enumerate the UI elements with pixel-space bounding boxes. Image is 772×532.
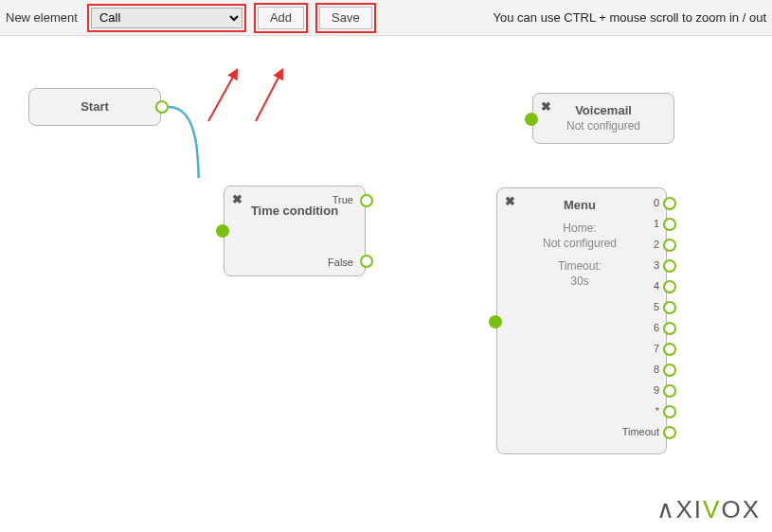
close-icon[interactable]: ✖: [541, 99, 551, 114]
menu-output-label: 3: [654, 259, 659, 271]
highlight-save: Save: [315, 3, 376, 33]
menu-output-label: 5: [654, 301, 659, 312]
toolbar: New element Call Add Save You can use CT…: [0, 0, 772, 36]
menu-home-label: Home:: [507, 222, 653, 235]
svg-line-0: [208, 70, 237, 121]
port-voicemail-in[interactable]: [525, 113, 538, 126]
highlight-select: Call: [87, 4, 246, 32]
label-true: True: [332, 194, 353, 205]
node-time-condition[interactable]: ✖ Time condition True False: [224, 186, 366, 276]
close-icon[interactable]: ✖: [505, 194, 515, 208]
port-time-true[interactable]: [360, 194, 373, 207]
menu-timeout-label: Timeout:: [507, 259, 653, 273]
port-menu-out[interactable]: [663, 322, 676, 335]
port-menu-out[interactable]: [663, 384, 676, 398]
flow-canvas[interactable]: Start ✖ Time condition True False ✖ Voic…: [0, 36, 772, 532]
port-menu-out[interactable]: [663, 426, 676, 439]
label-false: False: [328, 257, 353, 268]
port-time-in[interactable]: [216, 224, 229, 238]
brand-logo: ∧XIVOX: [656, 495, 762, 524]
node-voicemail-sub: Not configured: [543, 119, 664, 133]
zoom-hint: You can use CTRL + mouse scroll to zoom …: [494, 10, 766, 25]
node-voicemail[interactable]: ✖ Voicemail Not configured: [532, 93, 674, 144]
port-start-out[interactable]: [155, 100, 169, 114]
node-time-title: Time condition: [234, 204, 355, 218]
port-menu-out[interactable]: [663, 343, 676, 356]
node-menu-title: Menu: [507, 198, 653, 212]
menu-output-label: 0: [654, 197, 659, 208]
new-element-label: New element: [6, 10, 78, 25]
port-menu-out[interactable]: [663, 218, 676, 231]
close-icon[interactable]: ✖: [232, 192, 242, 206]
menu-output-label: 2: [654, 239, 659, 250]
port-menu-out[interactable]: [663, 301, 676, 314]
port-menu-out[interactable]: [663, 259, 676, 273]
svg-line-1: [256, 70, 282, 121]
port-menu-out[interactable]: [663, 280, 676, 293]
menu-output-label: 1: [654, 218, 659, 229]
menu-timeout-value: 30s: [507, 275, 653, 288]
menu-output-label: 8: [654, 364, 659, 375]
port-menu-out[interactable]: [663, 239, 676, 252]
node-voicemail-title: Voicemail: [543, 103, 664, 117]
add-button[interactable]: Add: [258, 7, 304, 29]
node-menu[interactable]: ✖ Menu Home: Not configured Timeout: 30s…: [496, 187, 667, 454]
save-button[interactable]: Save: [319, 7, 372, 29]
port-menu-out[interactable]: [663, 364, 676, 377]
highlight-add: Add: [254, 3, 308, 33]
menu-output-label: 9: [654, 384, 659, 396]
menu-output-label: *: [655, 405, 659, 417]
menu-home-value: Not configured: [507, 237, 653, 250]
node-start-title: Start: [81, 99, 109, 114]
port-time-false[interactable]: [360, 255, 373, 268]
menu-output-label: Timeout: [622, 426, 659, 437]
element-type-select[interactable]: Call: [91, 8, 242, 28]
menu-output-label: 6: [654, 322, 659, 333]
port-menu-in[interactable]: [489, 315, 502, 328]
menu-output-label: 7: [654, 343, 659, 354]
port-menu-out[interactable]: [663, 197, 676, 210]
node-start[interactable]: Start: [28, 88, 161, 126]
menu-output-label: 4: [654, 280, 659, 292]
port-menu-out[interactable]: [663, 405, 676, 418]
